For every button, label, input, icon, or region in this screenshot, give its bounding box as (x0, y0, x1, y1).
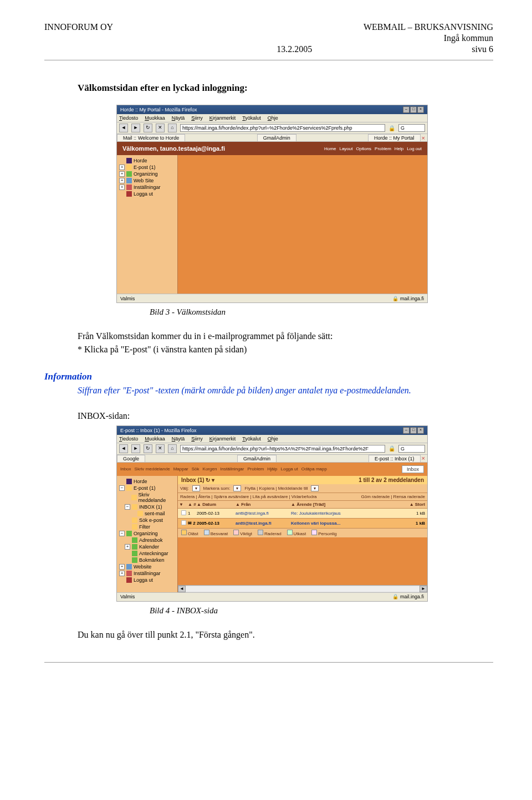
mark-dropdown[interactable]: ▾ (233, 485, 241, 491)
url-bar[interactable]: https://mail.inga.fi/horde/index.php?url… (180, 445, 385, 453)
minimize-button[interactable]: – (403, 427, 410, 434)
menu-item[interactable]: Kirjanmerkit (209, 436, 236, 442)
minimize-button[interactable]: – (403, 106, 410, 113)
url-bar[interactable]: https://mail.inga.fi/horde/index.php?url… (180, 124, 385, 132)
expand-box-icon[interactable]: + (119, 178, 125, 183)
tree-item[interactable]: Filter (118, 524, 176, 530)
tree-item[interactable]: Anteckningar (118, 550, 176, 557)
menu-item[interactable]: Tiedosto (119, 115, 138, 121)
tree-item[interactable]: +E-post (1) (118, 164, 176, 171)
action-links-2[interactable]: Radera | Återta | Spärra avsändare | Lit… (180, 494, 317, 499)
menu-item[interactable]: Siirry (191, 436, 203, 442)
toolbar-button[interactable]: Inställningar (220, 466, 244, 471)
expand-box-icon[interactable]: − (119, 531, 125, 536)
expand-box-icon[interactable]: + (119, 165, 125, 170)
toolbar-button[interactable]: Problem (247, 466, 264, 471)
stop-button[interactable]: ✕ (156, 124, 165, 132)
row-subject[interactable]: Re: Joulukalenterikorjaus (291, 511, 400, 516)
expand-box-icon[interactable]: + (125, 544, 130, 550)
toolbar-button[interactable]: Sök (192, 466, 200, 471)
col-subject[interactable]: ▲ Ärende [Träd] (291, 502, 400, 507)
expand-box-icon[interactable]: + (119, 171, 125, 177)
tree-item[interactable]: −Organizing (118, 530, 176, 537)
tree-item[interactable]: +Kalender (118, 543, 176, 550)
tree-item[interactable]: Skriv meddelande (118, 491, 176, 504)
maximize-button[interactable]: □ (410, 427, 417, 434)
col-check[interactable]: ▾ (180, 502, 188, 507)
tree-item[interactable]: Horde (118, 478, 176, 485)
toolbar-button[interactable]: Korgen (203, 466, 217, 471)
menu-item[interactable]: Muokkaa (145, 115, 165, 121)
col-size[interactable]: ▲ Storl (400, 502, 425, 507)
scroll-right-button[interactable]: ► (420, 586, 427, 592)
tree-item[interactable]: Horde (118, 157, 176, 164)
tree-item[interactable]: +Website (118, 563, 176, 570)
top-link[interactable]: Log out (407, 146, 422, 151)
row-checkbox[interactable] (181, 510, 186, 515)
forward-button[interactable]: ► (131, 444, 140, 453)
row-from[interactable]: antti@test.inga.fi (236, 521, 291, 526)
menu-item[interactable]: Muokkaa (145, 436, 165, 442)
row-from[interactable]: antti@test.inga.fi (236, 511, 291, 516)
reload-button[interactable]: ↻ (144, 444, 152, 453)
stop-button[interactable]: ✕ (156, 444, 165, 453)
mail-row[interactable]: ✉ 2 2005-02-13 antti@test.inga.fi Kellon… (178, 519, 427, 529)
action-links-right[interactable]: Göm raderade | Rensa raderade (361, 494, 425, 499)
top-link[interactable]: Home (324, 146, 336, 151)
folder-dropdown[interactable]: Inbox (402, 465, 424, 473)
expand-box-icon[interactable]: − (119, 485, 125, 491)
browser-tab[interactable]: E-post :: Inbox (1) (369, 455, 421, 462)
toolbar-button[interactable]: Hjälp (267, 466, 277, 471)
expand-box-icon[interactable]: − (125, 504, 130, 510)
browser-tab[interactable]: Mail :: Welcome to Horde (117, 134, 185, 141)
reload-button[interactable]: ↻ (144, 124, 152, 132)
toolbar-button[interactable]: Logga ut (281, 466, 298, 471)
top-link[interactable]: Help (395, 146, 403, 151)
expand-box-icon[interactable]: + (119, 564, 125, 570)
tree-item[interactable]: −INBOX (1) (118, 504, 176, 510)
toolbar-button[interactable]: Inbox (120, 466, 131, 471)
browser-tab[interactable]: GmailAdmin (257, 134, 296, 141)
scroll-left-button[interactable]: ◄ (178, 586, 186, 592)
mail-row[interactable]: 1 2005-02-13 antti@test.inga.fi Re: Joul… (178, 509, 427, 519)
menu-item[interactable]: Kirjanmerkit (209, 115, 236, 121)
top-link[interactable]: Layout (339, 146, 352, 151)
expand-box-icon[interactable]: + (119, 184, 125, 190)
search-box[interactable]: G (398, 124, 425, 132)
toolbar-button[interactable]: Skriv meddelande (135, 466, 170, 471)
close-button[interactable]: × (417, 427, 424, 434)
tree-item[interactable]: +Inställningar (118, 570, 176, 577)
tree-item[interactable]: −E-post (1) (118, 485, 176, 491)
back-button[interactable]: ◄ (119, 444, 128, 453)
col-from[interactable]: ▲ Från (236, 502, 291, 507)
row-subject[interactable]: Kellonen väri lopussa... (291, 521, 400, 526)
top-link[interactable]: Options (356, 146, 371, 151)
close-button[interactable]: × (417, 106, 424, 113)
tree-item[interactable]: Logga ut (118, 191, 176, 197)
menu-item[interactable]: Näytä (172, 436, 185, 442)
menu-item[interactable]: Tiedosto (119, 436, 138, 442)
action-links[interactable]: Flytta | Kopiera | Meddelande till (244, 486, 308, 491)
tab-close-icon[interactable]: × (422, 135, 427, 141)
tab-close-icon[interactable]: × (422, 455, 427, 461)
tree-item[interactable]: sent-mail (118, 510, 176, 517)
expand-box-icon[interactable]: + (119, 571, 125, 576)
tree-item[interactable]: Sök e-post (118, 517, 176, 524)
menu-item[interactable]: Työkalut (242, 436, 261, 442)
menu-item[interactable]: Työkalut (242, 115, 261, 121)
tree-item[interactable]: +Inställningar (118, 184, 176, 191)
menu-item[interactable]: Siirry (191, 115, 203, 121)
select-dropdown[interactable]: ▾ (192, 485, 200, 491)
tree-item[interactable]: Logga ut (118, 577, 176, 583)
toolbar-button[interactable]: Odäpa mapp (301, 466, 327, 471)
moveto-dropdown[interactable]: ▾ (311, 485, 319, 491)
menu-item[interactable]: Ohje (268, 115, 278, 121)
menu-item[interactable]: Ohje (268, 436, 278, 442)
toolbar-button[interactable]: Mappar (173, 466, 188, 471)
browser-tab[interactable]: GmailAdmin (237, 455, 277, 462)
tree-item[interactable]: +Organizing (118, 171, 176, 177)
maximize-button[interactable]: □ (410, 106, 417, 113)
tree-item[interactable]: +Web Site (118, 177, 176, 184)
tree-item[interactable]: Adressbok (118, 537, 176, 543)
browser-tab[interactable]: Google (117, 455, 145, 462)
